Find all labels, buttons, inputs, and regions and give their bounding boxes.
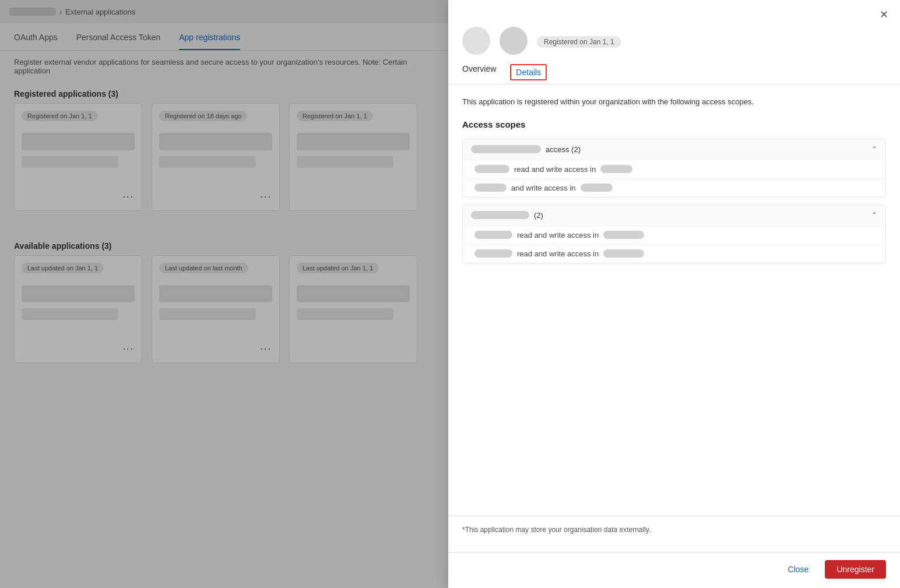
available-card-1: Last updated on Jan 1, 1 ⋮ [14,255,142,363]
available-card-menu-1[interactable]: ⋮ [122,344,135,355]
panel-footnote: *This application may store your organis… [462,526,886,534]
card-badge-1: Registered on Jan 1, 1 [22,111,98,121]
scope-item-4-resource-blur [603,249,644,258]
scope-item-2-text: and write access in [511,184,576,192]
panel-close-icon[interactable]: ✕ [877,7,891,22]
scope-item-4-text: read and write access in [517,249,599,258]
card-badge-2: Registered on 18 days ago [159,111,247,121]
scope-item-1-resource-blur [600,165,632,173]
scope-group-1: access (2) ⌃ read and write access in an… [462,139,886,198]
scope-group-2-item-1: read and write access in [463,226,885,244]
panel-footer-buttons: Close Unregister [448,552,900,588]
detail-panel: ✕ Registered on Jan 1, 1 Overview Detail… [448,0,900,588]
card-badge-3: Registered on Jan 1, 1 [297,111,373,121]
app-avatar-2 [500,27,528,55]
panel-footer: *This application may store your organis… [448,516,900,552]
panel-description: This application is registered within yo… [462,96,886,108]
scope-group-2-header[interactable]: (2) ⌃ [463,205,885,226]
scope-item-1-blur [474,165,509,173]
scope-group-2-chevron-up-icon: ⌃ [871,211,877,219]
scope-group-2-label-blur [471,211,529,219]
access-scopes-heading: Access scopes [462,119,886,129]
available-card-badge-1: Last updated on Jan 1, 1 [22,263,104,273]
breadcrumb-separator: › [59,8,62,16]
scope-group-1-label-blur [471,145,541,153]
tab-oauth[interactable]: OAuth Apps [14,33,58,50]
registered-section-title: Registered applications (3) [0,82,452,103]
available-card-menu-2[interactable]: ⋮ [259,344,272,355]
scope-group-2-item-2: read and write access in [463,244,885,263]
available-card-badge-2: Last updated on last month [159,263,248,273]
scope-group-1-item-1: read and write access in [463,160,885,178]
available-section-title: Available applications (3) [0,234,452,255]
scope-item-3-text: read and write access in [517,231,599,240]
tab-app-registrations[interactable]: App registrations [179,33,240,50]
app-avatar-1 [462,27,490,55]
page-description: Register external vendor applications fo… [0,51,452,82]
scope-item-1-text: read and write access in [514,165,596,174]
panel-body: This application is registered within yo… [448,84,900,516]
scope-item-2-resource-blur [581,184,613,192]
card-menu-2[interactable]: ⋮ [259,192,272,203]
registered-card-2: Registered on 18 days ago ⋮ [152,103,280,211]
tab-pat[interactable]: Personal Access Token [76,33,161,50]
scope-group-1-item-2: and write access in [463,178,885,197]
registered-card-1: Registered on Jan 1, 1 ⋮ [14,103,142,211]
scope-item-2-blur [474,184,507,192]
card-menu-1[interactable]: ⋮ [122,192,135,203]
unregister-button[interactable]: Unregister [825,560,886,579]
available-card-3: Last updated on Jan 1, 1 [289,255,417,363]
scope-item-3-blur [474,231,512,239]
scope-group-2-count: (2) [534,211,543,220]
scope-group-1-chevron-up-icon: ⌃ [871,145,877,153]
close-button[interactable]: Close [779,560,818,579]
panel-tab-overview[interactable]: Overview [462,64,496,84]
scope-group-1-header[interactable]: access (2) ⌃ [463,139,885,160]
panel-tab-details[interactable]: Details [510,64,547,80]
scope-group-1-count: access (2) [546,145,581,154]
scope-item-4-blur [474,249,512,258]
scope-group-2: (2) ⌃ read and write access in read and … [462,205,886,263]
scope-item-3-resource-blur [603,231,644,239]
app-registered-badge: Registered on Jan 1, 1 [537,36,621,48]
available-card-badge-3: Last updated on Jan 1, 1 [297,263,379,273]
registered-card-3: Registered on Jan 1, 1 [289,103,417,211]
breadcrumb-external-apps: External applications [65,8,135,16]
available-card-2: Last updated on last month ⋮ [152,255,280,363]
